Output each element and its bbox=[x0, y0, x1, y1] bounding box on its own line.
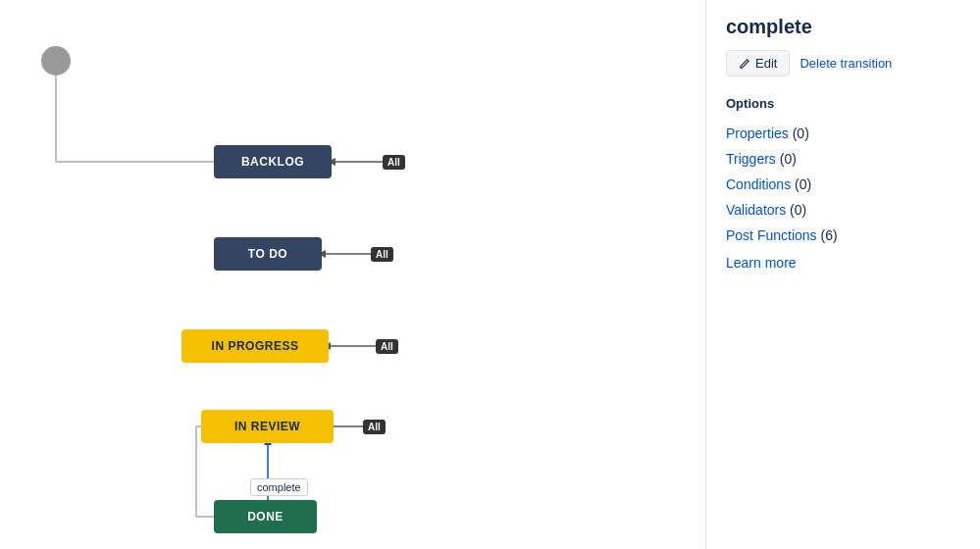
node-inprogress[interactable]: IN PROGRESS bbox=[181, 329, 329, 363]
side-panel: complete Edit Delete transition Options … bbox=[705, 0, 980, 549]
badge-todo-all: All bbox=[371, 247, 393, 262]
edit-icon bbox=[739, 58, 750, 70]
option-post-functions[interactable]: Post Functions (6) bbox=[726, 223, 960, 248]
start-circle bbox=[41, 46, 71, 75]
node-inprogress-label: IN PROGRESS bbox=[212, 339, 299, 353]
edit-button[interactable]: Edit bbox=[726, 50, 790, 76]
node-backlog-label: BACKLOG bbox=[241, 155, 304, 169]
node-todo-label: TO DO bbox=[248, 247, 287, 261]
badge-inprogress-all: All bbox=[376, 339, 398, 354]
node-inreview[interactable]: IN REVIEW bbox=[201, 410, 334, 443]
node-inreview-label: IN REVIEW bbox=[234, 420, 300, 433]
delete-transition-button[interactable]: Delete transition bbox=[799, 51, 892, 75]
option-validators-count: (0) bbox=[790, 202, 806, 218]
panel-title: complete bbox=[726, 16, 960, 38]
node-done[interactable]: DONE bbox=[214, 500, 317, 533]
node-done-label: DONE bbox=[247, 510, 284, 524]
badge-backlog-all: All bbox=[383, 155, 405, 170]
option-post-functions-count: (6) bbox=[821, 227, 838, 243]
options-heading: Options bbox=[726, 96, 960, 111]
transition-label[interactable]: complete bbox=[250, 478, 308, 496]
learn-more-link[interactable]: Learn more bbox=[726, 250, 960, 275]
node-backlog[interactable]: BACKLOG bbox=[214, 145, 332, 178]
diagram-area: BACKLOG TO DO IN PROGRESS IN REVIEW DONE… bbox=[0, 0, 705, 549]
edit-label: Edit bbox=[755, 56, 777, 71]
option-post-functions-label: Post Functions bbox=[726, 227, 821, 243]
option-properties-count: (0) bbox=[793, 125, 809, 141]
node-todo[interactable]: TO DO bbox=[214, 237, 322, 271]
diagram-svg bbox=[0, 0, 705, 549]
option-triggers-count: (0) bbox=[780, 151, 797, 167]
badge-inreview-all: All bbox=[363, 420, 386, 434]
option-validators[interactable]: Validators (0) bbox=[726, 197, 960, 223]
option-triggers-label: Triggers bbox=[726, 151, 780, 167]
option-validators-label: Validators bbox=[726, 202, 790, 218]
option-properties-label: Properties bbox=[726, 125, 793, 141]
option-conditions-label: Conditions bbox=[726, 176, 795, 192]
option-conditions[interactable]: Conditions (0) bbox=[726, 172, 960, 197]
option-conditions-count: (0) bbox=[795, 176, 811, 192]
panel-actions: Edit Delete transition bbox=[726, 50, 960, 76]
option-properties[interactable]: Properties (0) bbox=[726, 121, 960, 146]
option-triggers[interactable]: Triggers (0) bbox=[726, 146, 960, 172]
